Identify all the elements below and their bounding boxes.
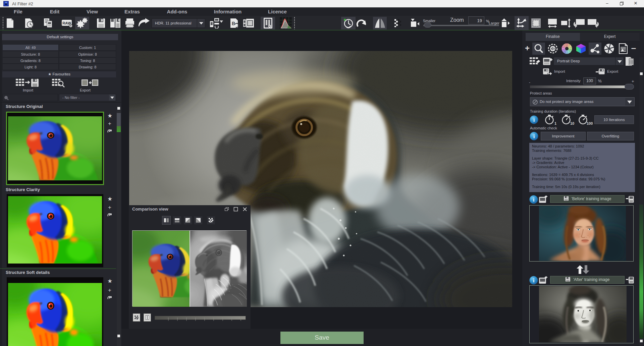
svg-text:B: B: [232, 21, 235, 26]
svg-text:AI: AI: [5, 2, 7, 4]
svg-text:i: i: [533, 133, 535, 139]
svg-text:1: 1: [554, 121, 556, 125]
svg-text:10: 10: [570, 121, 574, 125]
svg-text:i: i: [533, 196, 535, 203]
svg-text:100: 100: [587, 121, 593, 125]
svg-text:i: i: [533, 117, 535, 123]
svg-text:i: i: [533, 277, 535, 284]
